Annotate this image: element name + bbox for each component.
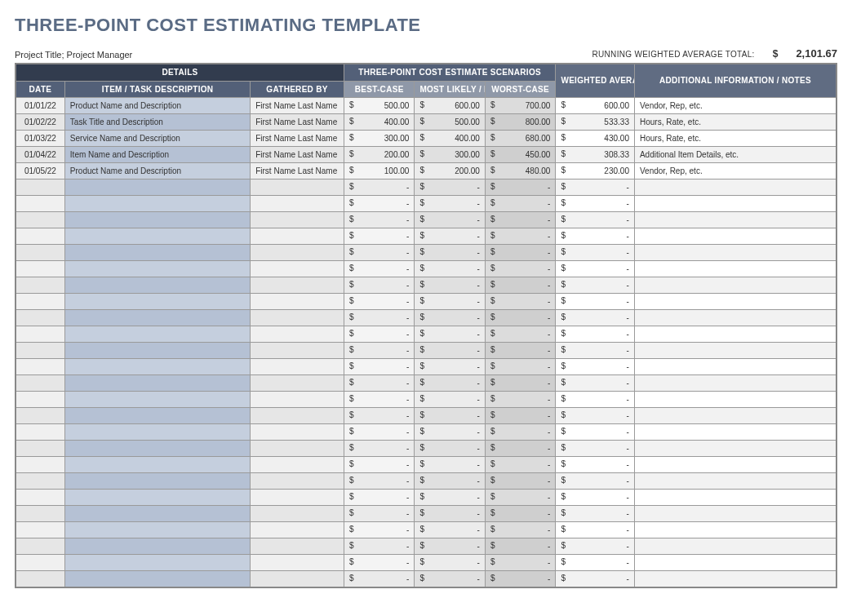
cell-worst[interactable]: $- bbox=[485, 457, 556, 473]
cell-likely[interactable]: $200.00 bbox=[415, 163, 486, 179]
cell-weighted-avg[interactable]: $- bbox=[556, 245, 635, 261]
cell-item[interactable] bbox=[64, 522, 250, 538]
cell-gathered-by[interactable] bbox=[251, 441, 344, 457]
cell-likely[interactable]: $- bbox=[415, 490, 486, 506]
cell-worst[interactable]: $- bbox=[485, 326, 556, 343]
cell-weighted-avg[interactable]: $230.00 bbox=[556, 163, 635, 179]
cell-date[interactable] bbox=[16, 473, 64, 490]
cell-worst[interactable]: $480.00 bbox=[485, 163, 556, 179]
cell-best[interactable]: $- bbox=[344, 392, 415, 408]
cell-likely[interactable]: $- bbox=[415, 375, 486, 392]
cell-gathered-by[interactable] bbox=[251, 506, 344, 522]
cell-worst[interactable]: $450.00 bbox=[485, 147, 556, 163]
cell-weighted-avg[interactable]: $- bbox=[556, 441, 635, 457]
cell-best[interactable]: $- bbox=[344, 473, 415, 490]
cell-notes[interactable] bbox=[634, 555, 836, 571]
cell-weighted-avg[interactable]: $- bbox=[556, 473, 635, 490]
cell-date[interactable] bbox=[16, 359, 64, 375]
cell-gathered-by[interactable] bbox=[251, 245, 344, 261]
cell-best[interactable]: $- bbox=[344, 441, 415, 457]
cell-item[interactable] bbox=[64, 359, 250, 375]
cell-date[interactable] bbox=[16, 375, 64, 392]
cell-weighted-avg[interactable]: $- bbox=[556, 506, 635, 522]
cell-date[interactable] bbox=[16, 196, 64, 212]
cell-worst[interactable]: $- bbox=[485, 506, 556, 522]
cell-weighted-avg[interactable]: $533.33 bbox=[556, 114, 635, 131]
cell-worst[interactable]: $- bbox=[485, 375, 556, 392]
cell-weighted-avg[interactable]: $- bbox=[556, 261, 635, 277]
cell-gathered-by[interactable] bbox=[251, 555, 344, 571]
cell-gathered-by[interactable] bbox=[251, 375, 344, 392]
cell-worst[interactable]: $- bbox=[485, 212, 556, 228]
cell-item[interactable] bbox=[64, 408, 250, 424]
cell-worst[interactable]: $- bbox=[485, 228, 556, 245]
cell-item[interactable] bbox=[64, 261, 250, 277]
cell-best[interactable]: $- bbox=[344, 261, 415, 277]
cell-date[interactable] bbox=[16, 392, 64, 408]
cell-notes[interactable]: Vendor, Rep, etc. bbox=[634, 98, 836, 114]
cell-worst[interactable]: $- bbox=[485, 359, 556, 375]
cell-likely[interactable]: $- bbox=[415, 522, 486, 538]
cell-date[interactable] bbox=[16, 424, 64, 441]
cell-gathered-by[interactable] bbox=[251, 538, 344, 555]
project-line[interactable]: Project Title; Project Manager bbox=[15, 50, 132, 60]
cell-worst[interactable]: $- bbox=[485, 310, 556, 326]
cell-likely[interactable]: $- bbox=[415, 392, 486, 408]
cell-item[interactable] bbox=[64, 375, 250, 392]
cell-notes[interactable] bbox=[634, 326, 836, 343]
cell-date[interactable] bbox=[16, 490, 64, 506]
cell-likely[interactable]: $- bbox=[415, 294, 486, 310]
cell-notes[interactable] bbox=[634, 457, 836, 473]
cell-worst[interactable]: $700.00 bbox=[485, 98, 556, 114]
cell-date[interactable] bbox=[16, 245, 64, 261]
cell-likely[interactable]: $- bbox=[415, 179, 486, 196]
cell-item[interactable]: Product Name and Description bbox=[64, 163, 250, 179]
cell-notes[interactable] bbox=[634, 522, 836, 538]
cell-likely[interactable]: $- bbox=[415, 261, 486, 277]
cell-notes[interactable]: Hours, Rate, etc. bbox=[634, 131, 836, 147]
cell-best[interactable]: $- bbox=[344, 196, 415, 212]
cell-notes[interactable] bbox=[634, 179, 836, 196]
cell-date[interactable]: 01/03/22 bbox=[16, 131, 64, 147]
cell-date[interactable] bbox=[16, 228, 64, 245]
cell-likely[interactable]: $- bbox=[415, 457, 486, 473]
cell-gathered-by[interactable] bbox=[251, 490, 344, 506]
cell-gathered-by[interactable]: First Name Last Name bbox=[251, 147, 344, 163]
cell-best[interactable]: $- bbox=[344, 212, 415, 228]
cell-item[interactable]: Item Name and Description bbox=[64, 147, 250, 163]
cell-date[interactable]: 01/05/22 bbox=[16, 163, 64, 179]
cell-gathered-by[interactable] bbox=[251, 473, 344, 490]
cell-notes[interactable] bbox=[634, 310, 836, 326]
cell-notes[interactable] bbox=[634, 277, 836, 294]
cell-weighted-avg[interactable]: $- bbox=[556, 490, 635, 506]
cell-notes[interactable] bbox=[634, 228, 836, 245]
cell-weighted-avg[interactable]: $- bbox=[556, 392, 635, 408]
cell-notes[interactable] bbox=[634, 506, 836, 522]
cell-best[interactable]: $- bbox=[344, 326, 415, 343]
cell-item[interactable] bbox=[64, 228, 250, 245]
cell-gathered-by[interactable] bbox=[251, 179, 344, 196]
cell-best[interactable]: $- bbox=[344, 490, 415, 506]
cell-notes[interactable] bbox=[634, 212, 836, 228]
cell-weighted-avg[interactable]: $- bbox=[556, 538, 635, 555]
cell-worst[interactable]: $- bbox=[485, 196, 556, 212]
cell-weighted-avg[interactable]: $- bbox=[556, 277, 635, 294]
cell-best[interactable]: $- bbox=[344, 375, 415, 392]
cell-item[interactable] bbox=[64, 538, 250, 555]
cell-item[interactable] bbox=[64, 343, 250, 359]
cell-weighted-avg[interactable]: $600.00 bbox=[556, 98, 635, 114]
cell-likely[interactable]: $400.00 bbox=[415, 131, 486, 147]
cell-gathered-by[interactable] bbox=[251, 228, 344, 245]
cell-worst[interactable]: $- bbox=[485, 473, 556, 490]
cell-best[interactable]: $300.00 bbox=[344, 131, 415, 147]
cell-date[interactable] bbox=[16, 506, 64, 522]
cell-weighted-avg[interactable]: $- bbox=[556, 457, 635, 473]
cell-date[interactable] bbox=[16, 343, 64, 359]
cell-weighted-avg[interactable]: $- bbox=[556, 326, 635, 343]
cell-best[interactable]: $- bbox=[344, 424, 415, 441]
cell-worst[interactable]: $- bbox=[485, 245, 556, 261]
cell-notes[interactable] bbox=[634, 261, 836, 277]
cell-notes[interactable] bbox=[634, 571, 836, 588]
cell-worst[interactable]: $- bbox=[485, 441, 556, 457]
cell-item[interactable] bbox=[64, 441, 250, 457]
